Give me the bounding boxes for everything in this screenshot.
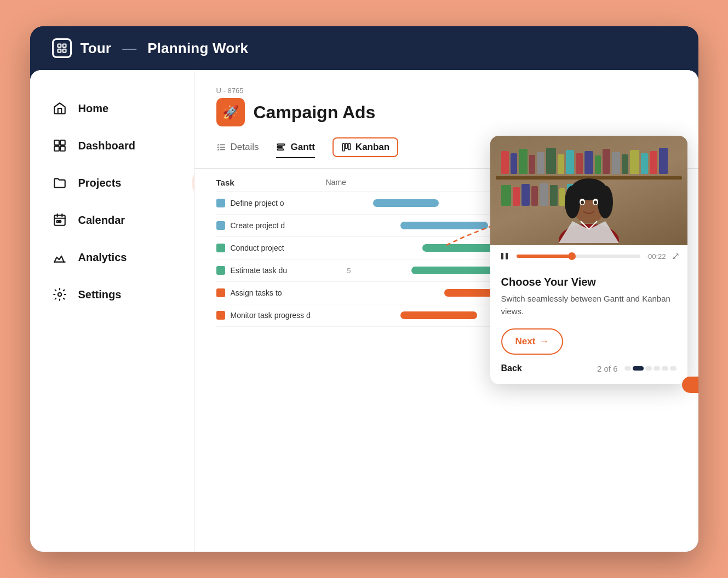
next-button[interactable]: Next → [501,328,564,355]
top-bar: Tour — Planning Work [30,26,698,70]
main-content: Home Dashboard [30,70,698,552]
task-name: Monitor task progress d [231,311,340,320]
sidebar: Home Dashboard [30,70,194,552]
svg-rect-24 [348,143,351,149]
settings-icon [52,287,67,302]
svg-point-15 [58,293,61,297]
calendar-icon [52,212,67,228]
svg-rect-4 [54,140,59,145]
pause-button[interactable] [498,250,511,263]
svg-rect-20 [278,147,283,148]
svg-rect-2 [58,49,61,53]
next-label: Next [515,336,536,347]
sidebar-item-home[interactable]: Home [30,92,194,125]
svg-rect-21 [278,149,284,150]
tour-label: Tour [81,40,112,57]
svg-rect-13 [59,221,60,222]
svg-rect-19 [278,144,285,145]
tab-details[interactable]: Details [216,137,259,157]
video-time: -00:22 [646,252,666,261]
tab-gantt-label: Gantt [290,142,314,153]
task-name: Assign tasks to [231,288,340,297]
dashboard-icon [52,138,67,153]
svg-rect-36 [506,253,508,259]
tooltip-body: Choose Your View Switch seamlessly betwe… [490,267,687,384]
tab-kanban[interactable]: Kanban [333,137,398,157]
task-color [216,266,225,275]
analytics-label: Analytics [78,251,127,264]
expand-button[interactable]: ⤢ [672,250,680,262]
task-num: 5 [340,267,357,275]
task-color [216,288,225,297]
svg-point-30 [598,186,613,218]
app-icon [52,38,72,58]
calendar-label: Calendar [78,214,125,227]
task-name: Define project o [231,199,340,207]
task-color [216,244,225,252]
gantt-bar [373,199,439,207]
pagination-text: 2 of 6 [597,364,618,373]
svg-rect-12 [56,221,58,222]
col-header-task: Task [216,178,326,187]
analytics-icon [52,250,67,265]
svg-rect-23 [345,143,347,148]
home-icon [52,101,67,116]
project-title: Campaign Ads [254,102,376,123]
person-image [545,166,633,245]
dot-2 [633,366,644,371]
svg-rect-3 [62,49,66,53]
project-icon: 🚀 [216,98,245,126]
video-progress-dot [568,252,576,260]
separator: — [122,40,136,57]
video-controls: -00:22 ⤢ [490,245,687,267]
tab-kanban-label: Kanban [356,142,389,153]
svg-rect-1 [62,44,66,48]
tooltip-footer: Back 2 of 6 [501,363,677,373]
project-header-row: 🚀 Campaign Ads [216,98,677,126]
project-id: U - 8765 [216,86,677,95]
dot-6 [670,366,677,371]
planning-work-label: Planning Work [147,40,248,57]
task-name: Conduct project [231,244,340,252]
dot-5 [662,366,668,371]
tooltip-description: Switch seamlessly between Gantt and Kanb… [501,293,677,317]
video-area [490,136,687,245]
svg-rect-0 [58,44,61,48]
gantt-bar [400,222,488,229]
next-arrow-icon: → [540,336,549,347]
back-button[interactable]: Back [501,363,522,373]
svg-rect-7 [60,146,65,151]
sidebar-item-calendar[interactable]: Calendar [30,204,194,236]
pagination-dots [624,366,677,371]
home-label: Home [78,102,109,115]
projects-label: Projects [78,177,122,189]
sidebar-item-analytics[interactable]: Analytics [30,241,194,274]
dot-1 [624,366,631,371]
tooltip-heading: Choose Your View [501,276,677,288]
video-progress-fill [517,255,572,258]
dot-3 [645,366,652,371]
sidebar-item-settings[interactable]: Settings [30,278,194,311]
sidebar-item-projects[interactable]: Projects [30,166,194,199]
gantt-bar [422,244,499,252]
svg-rect-22 [342,143,345,151]
col-header-name: Name [326,178,457,187]
app-frame: Tour — Planning Work Home [30,26,698,552]
pagination-info: 2 of 6 [597,364,677,373]
task-color [216,221,225,230]
settings-label: Settings [78,288,122,301]
svg-rect-6 [54,146,59,151]
sidebar-item-dashboard[interactable]: Dashboard [30,129,194,162]
tab-gantt[interactable]: Gantt [276,137,314,157]
video-progress-track[interactable] [517,255,640,258]
task-name: Create project d [231,221,340,230]
dashboard-label: Dashboard [78,140,135,152]
svg-rect-35 [501,253,503,259]
tooltip-card: -00:22 ⤢ Choose Your View Switch seamles… [490,136,687,384]
task-name: Estimate task du [231,266,340,275]
gantt-bar [400,311,477,319]
task-color [216,199,225,207]
dot-4 [654,366,660,371]
svg-point-34 [594,201,597,205]
projects-icon [52,175,67,190]
